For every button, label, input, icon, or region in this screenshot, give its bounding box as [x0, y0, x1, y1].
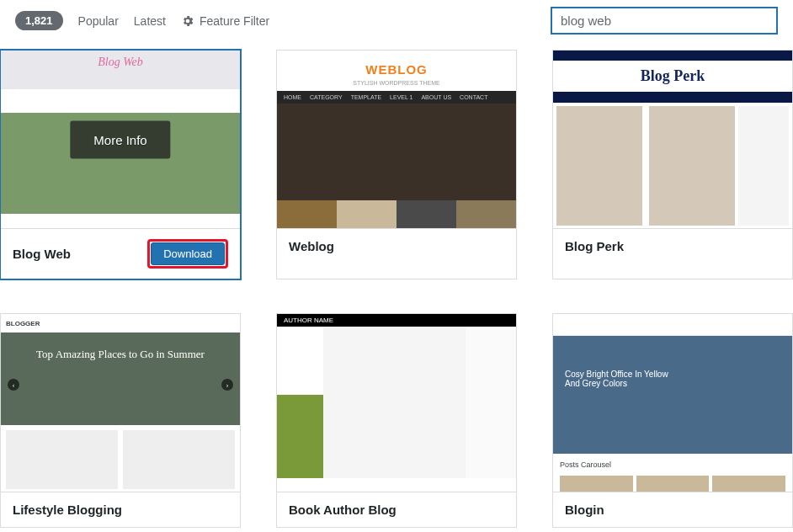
thumb-nav: HOME CATEGORY TEMPLATE LEVEL 1 ABOUT US … — [277, 91, 516, 104]
card-footer: Blog Perk — [553, 229, 792, 263]
thumb-hero — [277, 104, 516, 200]
thumb-brand: BLOGGER — [1, 314, 240, 332]
thumb-topbar — [553, 314, 792, 336]
theme-title: Lifestyle Blogging — [13, 503, 122, 517]
theme-title: Weblog — [289, 239, 334, 253]
thumb-row — [277, 327, 516, 478]
thumb-topbar — [553, 51, 792, 61]
card-footer: Weblog — [277, 229, 516, 263]
theme-thumbnail[interactable]: AUTHOR NAME — [277, 314, 516, 492]
gear-icon — [181, 14, 194, 28]
thumb-hero: Top Amazing Places to Go in Summer ‹ › — [1, 332, 240, 425]
theme-grid: More Info Blog Web Download WEBLOG STYLI… — [0, 50, 793, 532]
card-footer: Book Author Blog — [277, 492, 516, 527]
chevron-right-icon: › — [221, 379, 233, 391]
theme-card-weblog[interactable]: WEBLOG STYLISH WORDPRESS THEME HOME CATE… — [276, 50, 517, 279]
thumb-tagline: STYLISH WORDPRESS THEME — [277, 80, 516, 86]
thumb-carousel-label: Posts Carousel — [553, 454, 792, 476]
thumb-strip — [277, 200, 516, 229]
theme-thumbnail[interactable]: Cosy Bright Office In Yellow And Grey Co… — [553, 314, 792, 492]
tab-latest[interactable]: Latest — [134, 14, 166, 28]
theme-thumbnail[interactable]: More Info — [1, 51, 240, 229]
theme-thumbnail[interactable]: Blog Perk — [553, 51, 792, 229]
thumb-mock: Cosy Bright Office In Yellow And Grey Co… — [553, 314, 792, 492]
thumb-mock: WEBLOG STYLISH WORDPRESS THEME HOME CATE… — [277, 51, 516, 228]
thumb-hero: Cosy Bright Office In Yellow And Grey Co… — [553, 336, 792, 454]
thumb-brand: WEBLOG — [277, 51, 516, 80]
thumb-hero-text: Cosy Bright Office In Yellow And Grey Co… — [565, 370, 674, 388]
card-footer: Blog Web Download — [1, 229, 240, 279]
theme-card-blog-perk[interactable]: Blog Perk Blog Perk — [552, 50, 793, 279]
feature-filter-label: Feature Filter — [200, 14, 269, 28]
thumb-mock: AUTHOR NAME — [277, 314, 516, 492]
feature-filter-button[interactable]: Feature Filter — [181, 14, 269, 28]
theme-thumbnail[interactable]: BLOGGER Top Amazing Places to Go in Summ… — [1, 314, 240, 492]
card-footer: Lifestyle Blogging — [1, 492, 240, 527]
card-footer: Blogin — [553, 492, 792, 527]
thumb-mock: Blog Perk — [553, 51, 792, 228]
theme-card-blogin[interactable]: Cosy Bright Office In Yellow And Grey Co… — [552, 313, 793, 528]
theme-card-blog-web[interactable]: More Info Blog Web Download — [0, 50, 241, 279]
tab-popular[interactable]: Popular — [78, 14, 119, 28]
theme-count-badge: 1,821 — [15, 11, 63, 30]
download-button[interactable]: Download — [151, 242, 225, 265]
thumb-nav — [553, 92, 792, 103]
search-input[interactable] — [551, 7, 778, 35]
thumb-cards — [1, 425, 240, 492]
thumb-body — [553, 103, 792, 229]
chevron-left-icon: ‹ — [8, 379, 19, 391]
theme-card-book-author-blog[interactable]: AUTHOR NAME Book Author Blog — [276, 313, 517, 528]
theme-title: Blog Web — [13, 247, 71, 261]
thumb-brand: Blog Perk — [553, 61, 792, 87]
theme-title: Book Author Blog — [289, 503, 396, 517]
thumb-mock: BLOGGER Top Amazing Places to Go in Summ… — [1, 314, 240, 492]
theme-title: Blog Perk — [565, 239, 624, 253]
thumb-brand: AUTHOR NAME — [277, 314, 516, 327]
theme-title: Blogin — [565, 503, 604, 517]
theme-thumbnail[interactable]: WEBLOG STYLISH WORDPRESS THEME HOME CATE… — [277, 51, 516, 229]
thumb-tiles — [553, 476, 792, 492]
more-info-button[interactable]: More Info — [70, 120, 170, 158]
download-highlight: Download — [147, 239, 228, 269]
theme-card-lifestyle-blogging[interactable]: BLOGGER Top Amazing Places to Go in Summ… — [0, 313, 241, 528]
